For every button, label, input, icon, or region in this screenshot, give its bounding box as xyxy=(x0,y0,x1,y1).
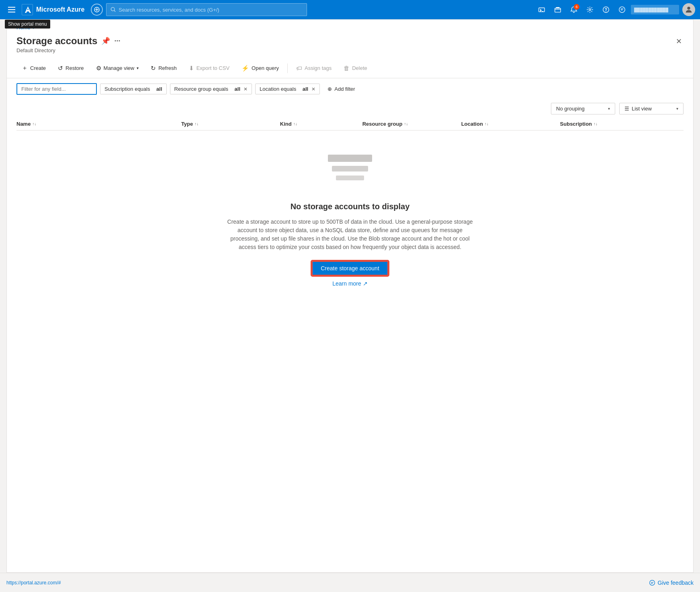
directory-icon[interactable] xyxy=(551,2,565,17)
close-button[interactable]: ✕ xyxy=(674,35,684,47)
svg-rect-2 xyxy=(539,8,544,12)
page-title: Storage accounts 📌 ··· xyxy=(16,35,120,47)
svg-rect-3 xyxy=(555,8,561,12)
give-feedback-button[interactable]: Give feedback xyxy=(649,580,694,586)
azure-logo: Microsoft Azure xyxy=(22,4,84,15)
export-csv-button[interactable]: ⬇ Export to CSV xyxy=(184,62,235,75)
refresh-icon: ↻ xyxy=(151,65,156,72)
subscription-sort-icon: ↑↓ xyxy=(594,122,598,126)
svg-point-4 xyxy=(589,9,591,11)
footer: https://portal.azure.com/# Give feedback xyxy=(0,573,700,592)
user-account-bar[interactable]: ████████████ xyxy=(631,5,679,14)
page-subtitle: Default Directory xyxy=(16,47,120,53)
filter-input[interactable] xyxy=(16,83,97,95)
table: Name ↑↓ Type ↑↓ Kind ↑↓ Resource group ↑… xyxy=(7,118,693,131)
name-sort-icon: ↑↓ xyxy=(32,122,36,126)
location-filter-close[interactable]: ✕ xyxy=(311,86,315,92)
breadcrumb: Home › xyxy=(7,20,693,32)
col-type[interactable]: Type ↑↓ xyxy=(181,121,280,127)
resource-group-filter-close[interactable]: ✕ xyxy=(244,86,248,92)
resource-group-filter[interactable]: Resource group equals all ✕ xyxy=(170,84,252,94)
toolbar: ＋ Create ↺ Restore ⚙ Manage view ▾ ↻ Ref… xyxy=(7,58,693,78)
export-icon: ⬇ xyxy=(189,65,194,72)
azure-icon xyxy=(22,4,33,15)
nav-icons: 6 ████████████ xyxy=(534,2,695,17)
table-header: Name ↑↓ Type ↑↓ Kind ↑↓ Resource group ↑… xyxy=(16,118,684,131)
grouping-chevron-icon: ▾ xyxy=(608,106,610,111)
notifications-icon[interactable]: 6 xyxy=(567,2,581,17)
add-filter-button[interactable]: ⊕ Add filter xyxy=(323,84,359,94)
view-chevron-icon: ▾ xyxy=(676,106,678,111)
tag-icon: 🏷 xyxy=(296,65,302,71)
resource-group-sort-icon: ↑↓ xyxy=(404,122,408,126)
add-filter-icon: ⊕ xyxy=(327,86,332,92)
top-navigation: Show portal menu Microsoft Azure 6 xyxy=(0,0,700,19)
assign-tags-button[interactable]: 🏷 Assign tags xyxy=(291,62,337,74)
hamburger-menu[interactable]: Show portal menu xyxy=(5,4,18,16)
settings-icon[interactable] xyxy=(583,2,597,17)
subscription-filter[interactable]: Subscription equals all xyxy=(100,84,167,94)
manage-view-chevron: ▾ xyxy=(137,66,139,70)
more-options-icon[interactable]: ··· xyxy=(114,37,120,45)
filter-bar: Subscription equals all Resource group e… xyxy=(7,78,693,100)
search-input[interactable] xyxy=(119,7,303,13)
restore-icon: ↺ xyxy=(58,65,63,72)
delete-button[interactable]: 🗑 Delete xyxy=(338,62,373,74)
col-location[interactable]: Location ↑↓ xyxy=(461,121,560,127)
query-icon: ⚡ xyxy=(242,65,249,72)
grouping-dropdown[interactable]: No grouping ▾ xyxy=(551,103,615,114)
view-controls: No grouping ▾ ☰ List view ▾ xyxy=(7,100,693,118)
empty-state-description: Create a storage account to store up to … xyxy=(225,218,475,251)
restore-button[interactable]: ↺ Restore xyxy=(53,62,89,75)
empty-state-illustration xyxy=(326,155,374,191)
plus-icon: ＋ xyxy=(22,64,28,72)
toolbar-separator xyxy=(287,63,288,73)
kind-sort-icon: ↑↓ xyxy=(293,122,297,126)
page-title-section: Storage accounts 📌 ··· Default Directory xyxy=(16,35,120,53)
location-sort-icon: ↑↓ xyxy=(485,122,489,126)
empty-state-title: No storage accounts to display xyxy=(291,202,410,211)
col-name[interactable]: Name ↑↓ xyxy=(16,121,181,127)
svg-point-6 xyxy=(606,11,606,12)
cloud-shell-icon[interactable] xyxy=(534,2,549,17)
feedback-icon[interactable] xyxy=(615,2,629,17)
view-dropdown[interactable]: ☰ List view ▾ xyxy=(619,103,684,114)
delete-icon: 🗑 xyxy=(344,65,350,71)
create-storage-account-button[interactable]: Create storage account xyxy=(312,261,388,276)
refresh-button[interactable]: ↻ Refresh xyxy=(145,62,182,75)
col-resource-group[interactable]: Resource group ↑↓ xyxy=(362,121,461,127)
empty-state: No storage accounts to display Create a … xyxy=(7,131,693,303)
col-subscription[interactable]: Subscription ↑↓ xyxy=(560,121,684,127)
open-query-button[interactable]: ⚡ Open query xyxy=(236,62,284,75)
footer-url: https://portal.azure.com/# xyxy=(6,580,61,586)
create-button[interactable]: ＋ Create xyxy=(16,61,51,75)
svg-point-7 xyxy=(687,7,690,10)
page-header: Storage accounts 📌 ··· Default Directory… xyxy=(7,32,693,58)
main-panel: Home › Storage accounts 📌 ··· Default Di… xyxy=(6,19,694,573)
search-bar[interactable] xyxy=(106,3,307,16)
manage-view-button[interactable]: ⚙ Manage view ▾ xyxy=(91,62,144,75)
help-icon[interactable] xyxy=(599,2,613,17)
manage-view-icon: ⚙ xyxy=(96,65,101,72)
list-view-icon: ☰ xyxy=(624,106,629,112)
pin-icon[interactable]: 📌 xyxy=(101,37,110,45)
external-link-icon: ↗ xyxy=(363,280,368,287)
user-avatar[interactable] xyxy=(682,3,695,16)
hamburger-tooltip: Show portal menu xyxy=(5,20,50,29)
type-sort-icon: ↑↓ xyxy=(194,122,199,126)
col-kind[interactable]: Kind ↑↓ xyxy=(280,121,362,127)
notification-badge: 6 xyxy=(574,4,579,10)
learn-more-link[interactable]: Learn more ↗ xyxy=(332,280,368,287)
portal-button[interactable] xyxy=(91,4,103,16)
location-filter[interactable]: Location equals all ✕ xyxy=(255,84,320,94)
